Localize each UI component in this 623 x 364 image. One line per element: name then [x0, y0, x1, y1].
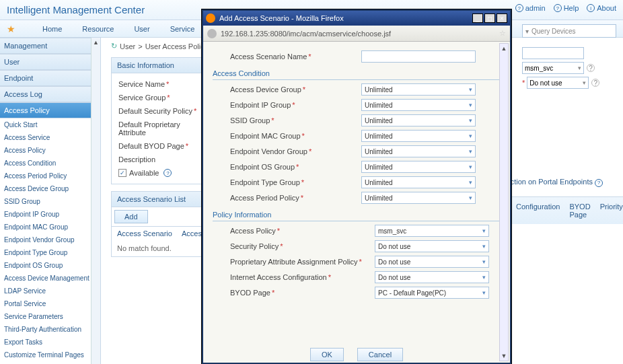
col-scenario[interactable]: Access Scenario [117, 229, 172, 238]
policy-info-section: Policy Information [213, 211, 499, 221]
sidebar-item[interactable]: Access Service [0, 131, 100, 144]
sidebar-item[interactable]: Customize Terminal Pages [0, 349, 100, 361]
sidebar-item[interactable]: Portal Service [0, 297, 100, 310]
nav-user[interactable]: User [134, 25, 149, 33]
type-group-dropdown[interactable]: Unlimited [361, 176, 476, 188]
add-button[interactable]: Add [114, 210, 148, 223]
globe-icon [207, 29, 217, 38]
header-help[interactable]: ?Help [554, 4, 579, 12]
refresh-icon[interactable]: ↻ [111, 42, 117, 50]
help-icon[interactable]: ? [591, 79, 599, 87]
firefox-icon [206, 13, 215, 23]
security-policy-dropdown[interactable]: Do not use [375, 240, 489, 252]
sidebar-item[interactable]: Endpoint Vendor Group [0, 233, 100, 246]
help-icon[interactable]: ? [163, 169, 172, 177]
scroll-down-icon[interactable]: ▼ [500, 351, 508, 361]
app-title: Intelligent Management Center [0, 4, 145, 15]
sidebar-item[interactable]: Service Parameters [0, 310, 100, 323]
sidebar-item[interactable]: Access Period Policy [0, 170, 100, 182]
available-checkbox[interactable]: ✓ [118, 169, 126, 177]
vendor-group-label: Endpoint Vendor Group* [230, 147, 361, 155]
minimize-button[interactable]: _ [472, 13, 483, 23]
sidebar-access-policy[interactable]: Access Policy∧ [0, 102, 100, 118]
proprietary-policy-label: Proprietary Attribute Assignment Policy* [230, 258, 375, 266]
scroll-up-icon[interactable]: ▲ [91, 38, 100, 47]
tab-priority[interactable]: Priority [600, 203, 623, 219]
security-policy-label: Default Security Policy* [118, 104, 205, 118]
os-group-label: Endpoint OS Group* [230, 163, 361, 171]
sidebar-item[interactable]: Access Policy [0, 144, 100, 157]
available-label: Available [129, 169, 159, 177]
dialog-scrollbar[interactable]: ▲ ▼ [499, 43, 509, 361]
empty-text: No match found. [112, 240, 211, 256]
help-icon[interactable]: ? [595, 179, 603, 187]
type-group-label: Endpoint Type Group* [230, 178, 361, 186]
ssid-group-dropdown[interactable]: Unlimited [361, 114, 476, 126]
tab-byod-page[interactable]: BYOD Page [569, 203, 590, 219]
byod-page-label: BYOD Page* [230, 289, 375, 297]
scenario-list-header: Access Scenario List [112, 192, 211, 207]
mac-group-dropdown[interactable]: Unlimited [361, 130, 476, 142]
nav-resource[interactable]: Resource [82, 25, 114, 33]
sidebar-item[interactable]: Third-Party Authentication [0, 323, 100, 336]
sidebar-item[interactable]: Export Tasks [0, 336, 100, 349]
portal-endpoints-label: Action on Portal Endpoints ? [505, 178, 603, 187]
help-icon: ? [554, 4, 562, 12]
proprietary-attr-label: Default Proprietary Attribute [118, 118, 205, 139]
sidebar-item[interactable]: Quick Start [0, 118, 100, 131]
security-policy-label: Security Policy* [230, 242, 375, 250]
sidebar-scrollbar[interactable]: ▲ [91, 38, 100, 364]
period-policy-dropdown[interactable]: Unlimited [361, 192, 476, 204]
help-icon[interactable]: ? [587, 64, 595, 72]
dialog-title-text: Add Access Scenario - Mozilla Firefox [219, 14, 344, 22]
proprietary-policy-dropdown[interactable]: Do not use [375, 256, 489, 268]
sidebar-item[interactable]: Access Condition [0, 157, 100, 170]
cancel-button[interactable]: Cancel [357, 348, 403, 361]
scenario-name-input[interactable] [361, 50, 476, 63]
access-policy-dropdown[interactable]: msm_svc [375, 225, 489, 237]
sidebar-access-log[interactable]: Access Log∨ [0, 86, 100, 102]
url-bar[interactable]: 192.168.1.235:8080/imc/acm/acmservice/ch… [203, 26, 510, 42]
nav-home[interactable]: Home [42, 25, 62, 33]
query-devices-selector[interactable]: Query Devices [522, 24, 616, 38]
os-group-dropdown[interactable]: Unlimited [361, 161, 476, 173]
tab-configuration[interactable]: Configuration [516, 203, 560, 219]
scroll-up-icon[interactable]: ▲ [500, 44, 508, 53]
sidebar-item[interactable]: Endpoint Type Group [0, 246, 100, 259]
device-group-dropdown[interactable]: Unlimited [361, 83, 476, 96]
right-text-input[interactable] [522, 47, 584, 59]
internet-config-dropdown[interactable]: Do not use [375, 271, 489, 283]
ssid-group-label: SSID Group* [230, 116, 361, 124]
description-label: Description [118, 153, 205, 166]
sidebar-item[interactable]: Endpoint IP Group [0, 208, 100, 221]
device-group-label: Access Device Group* [230, 85, 361, 94]
scenario-name-label: Access Scenario Name* [230, 52, 361, 61]
sidebar-item[interactable]: LDAP Service [0, 285, 100, 297]
header-about[interactable]: iAbout [587, 4, 616, 12]
period-policy-label: Access Period Policy* [230, 194, 361, 202]
bookmark-star-icon[interactable]: ☆ [499, 29, 506, 38]
required-marker: * [522, 79, 525, 87]
sidebar-item[interactable]: Access Device Management [0, 272, 100, 285]
right-msm-dropdown[interactable]: msm_svc [522, 62, 584, 74]
sidebar-management[interactable]: Management∨ [0, 38, 100, 54]
close-button[interactable]: × [497, 13, 507, 23]
service-name-label: Service Name* [118, 77, 205, 91]
nav-service[interactable]: Service [170, 25, 195, 33]
vendor-group-dropdown[interactable]: Unlimited [361, 145, 476, 157]
ip-group-dropdown[interactable]: Unlimited [361, 99, 476, 111]
maximize-button[interactable]: □ [484, 13, 495, 23]
sidebar-item[interactable]: Endpoint MAC Group [0, 221, 100, 233]
byod-page-dropdown[interactable]: PC - Default Page(PC) [375, 287, 489, 299]
basic-info-header: Basic Information [112, 58, 211, 73]
ip-group-label: Endpoint IP Group* [230, 101, 361, 109]
dialog-titlebar[interactable]: Add Access Scenario - Mozilla Firefox _ … [203, 11, 510, 26]
sidebar-item[interactable]: Access Device Group [0, 182, 100, 195]
sidebar-user[interactable]: User∨ [0, 54, 100, 70]
header-admin[interactable]: ?admin [515, 4, 546, 12]
sidebar-item[interactable]: Endpoint OS Group [0, 259, 100, 272]
sidebar-endpoint[interactable]: Endpoint∨ [0, 70, 100, 86]
ok-button[interactable]: OK [310, 348, 344, 361]
sidebar-item[interactable]: SSID Group [0, 195, 100, 208]
right-donotuse-dropdown[interactable]: Do not use [527, 77, 589, 89]
